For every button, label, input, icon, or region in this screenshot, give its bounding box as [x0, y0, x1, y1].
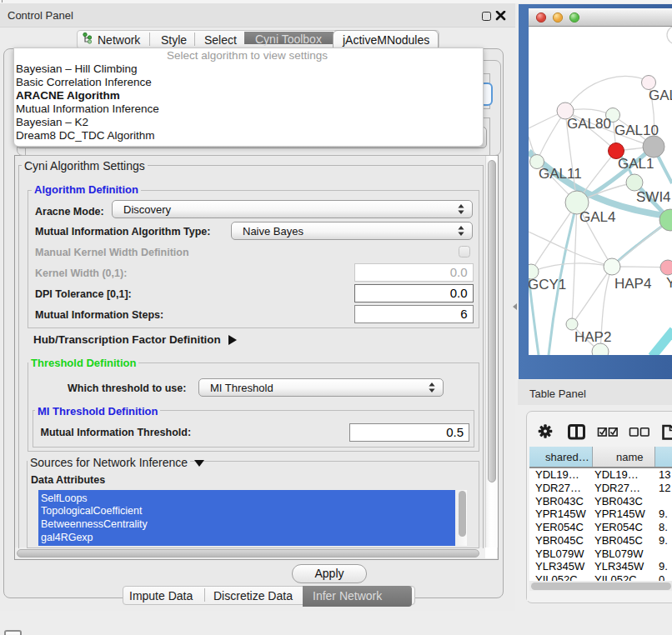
svg-text:GAL80: GAL80 — [567, 116, 611, 132]
svg-text:GCY1: GCY1 — [529, 277, 566, 292]
svg-text:SWI4: SWI4 — [636, 189, 671, 205]
svg-text:HAP4: HAP4 — [614, 276, 651, 292]
svg-text:GAL11: GAL11 — [539, 166, 582, 182]
svg-text:GAL1: GAL1 — [618, 156, 654, 172]
svg-text:GAL10: GAL10 — [614, 122, 659, 138]
svg-text:GAL7: GAL7 — [649, 88, 672, 103]
svg-text:GAL4: GAL4 — [579, 209, 615, 225]
svg-text:HAP2: HAP2 — [574, 329, 611, 345]
svg-text:Y: Y — [666, 275, 672, 291]
